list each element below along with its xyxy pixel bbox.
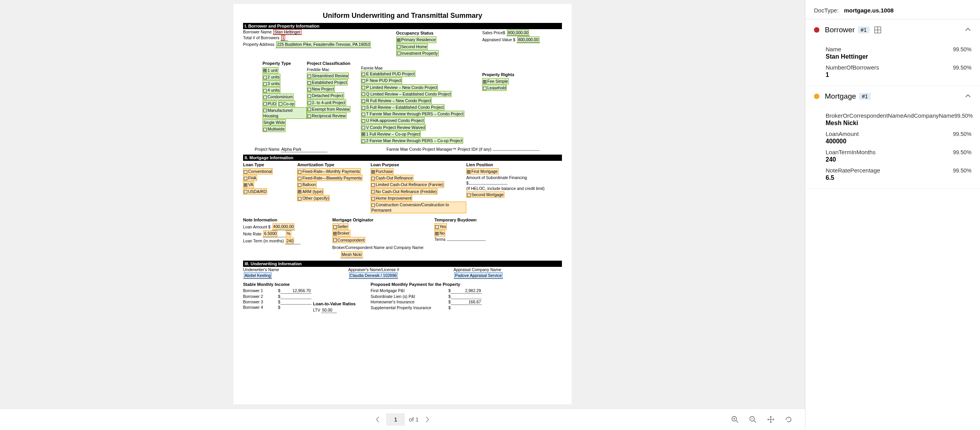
orig-seller: Seller xyxy=(338,224,348,229)
subfin-label: Amount of Subordinate Financing xyxy=(466,175,562,180)
prev-page-button[interactable] xyxy=(373,415,382,424)
next-page-button[interactable] xyxy=(423,415,432,424)
pt-multi: Multiwide xyxy=(268,127,285,131)
fn-3: Q Limited Review – Established Condo Pro… xyxy=(366,92,451,96)
p2-label: Subordinate Lien (s) P&I xyxy=(371,294,448,299)
brokername-label: Broker/Correspondent Name and Company Na… xyxy=(332,245,434,250)
section3-header: III. Underwriting Information xyxy=(243,261,562,267)
appraisalco-value: Padove Appraisal Service xyxy=(454,272,502,279)
fn-2: P Limited Review – New Condo Project xyxy=(366,85,437,90)
section1-header: I. Borrower and Property Information xyxy=(243,23,562,29)
am-3: ARM (type) xyxy=(302,189,323,194)
b2-label: Borrower 2 xyxy=(243,294,278,299)
field-name: Name xyxy=(826,46,841,52)
total-borrowers-value: 1 xyxy=(281,35,285,40)
pt-coop: Co-op xyxy=(283,101,294,106)
zoom-out-icon[interactable] xyxy=(748,415,758,424)
field-value: 1 xyxy=(826,71,971,78)
pt-3: 3 units xyxy=(268,81,280,86)
grid-icon[interactable] xyxy=(874,26,881,33)
entity-mortgage-name: Mortgage xyxy=(825,92,856,101)
pt-pud: PUD xyxy=(268,101,276,106)
projname-value: Alpha Park xyxy=(282,147,301,151)
noterate-value: 6.5000 xyxy=(263,230,277,237)
chevron-up-icon xyxy=(964,93,971,99)
entity-mortgage-header[interactable]: Mortgage #1 xyxy=(805,86,980,107)
orig-corr: Correspondent xyxy=(338,238,364,242)
brokername-value: Mesh Nicki xyxy=(341,251,362,258)
appraiser-value: Claudia Denesik / 102896 xyxy=(349,272,397,279)
field-confidence: 99.50% xyxy=(953,149,971,155)
lt-fha: FHA xyxy=(248,176,256,180)
loanamt-value: 400,000.00 xyxy=(273,223,295,230)
stableincome-label: Stable Monthly Income xyxy=(243,282,371,287)
lt-va: VA xyxy=(248,182,253,187)
rotate-icon[interactable] xyxy=(784,415,793,424)
borrower-name-value: Stan Hettinger xyxy=(273,29,301,35)
fn-6: T Fannie Mae Review through PERS – Condo… xyxy=(366,111,463,116)
address-label: Property Address xyxy=(243,42,275,47)
field-name: NoteRatePercentage xyxy=(826,167,880,174)
field-value: 6.5 xyxy=(826,174,971,181)
lt-usda: USDA/RD xyxy=(248,189,266,194)
lp-1: Cash-Out Refinance xyxy=(376,176,413,180)
page-input[interactable] xyxy=(386,413,405,426)
orig-broker: Broker xyxy=(338,231,350,235)
document-scroll[interactable]: Uniform Underwriting and Transmittal Sum… xyxy=(0,0,805,408)
lp-5: Construction Conversion/Construction to … xyxy=(371,202,449,212)
b3-label: Borrower 3 xyxy=(243,299,278,305)
fn-7: U FHA-approved Condo Project xyxy=(366,118,424,123)
viewer-toolbar: of 1 xyxy=(0,408,805,430)
uwname-label: Underwriter's Name xyxy=(243,267,348,272)
fn-10: 2 Fannie Mae Review through PERS – Co-op… xyxy=(366,138,462,143)
fn-5: S Full Review – Established Condo Projec… xyxy=(366,105,444,110)
field-name: LoanTermInMonths xyxy=(826,149,875,155)
am-4: Other (specify) xyxy=(302,196,329,200)
subfin-dollar: $ xyxy=(466,181,469,185)
fn-0: E Established PUD Project xyxy=(366,71,415,76)
entity-borrower-badge: #1 xyxy=(858,26,870,33)
field-confidence: 99.50% xyxy=(953,167,971,174)
fm-4: 2- to 4-unit Project xyxy=(312,100,345,105)
amort-label: Amortization Type xyxy=(297,162,371,168)
noteinfo-label: Note Information xyxy=(243,217,332,223)
pt-4: 4 units xyxy=(268,88,280,92)
b1-label: Borrower 1 xyxy=(243,288,278,294)
uwname-value: Abdiel Keeling xyxy=(244,272,271,279)
p3-value: 166.67 xyxy=(451,299,482,305)
fm-2: New Project xyxy=(312,87,334,91)
sales-price-value: 800,000.00 xyxy=(507,30,529,36)
entity-borrower-name: Borrower xyxy=(825,26,855,34)
appraiser-label: Appraiser's Name/License # xyxy=(348,267,454,272)
fm-3: Detached Project xyxy=(312,93,343,98)
pan-icon[interactable] xyxy=(766,415,775,424)
proptype-label: Property Type xyxy=(262,61,307,66)
am-1: Fixed-Rate—Biweekly Payments xyxy=(302,176,362,180)
field-name: BrokerOrCorrespondentNameAndCompanyName xyxy=(826,112,954,119)
b4-label: Borrower 4 xyxy=(243,305,278,310)
field-name: LoanAmount xyxy=(826,131,859,137)
fannie-id-label: Fannie Mae Condo Project Manager™ Projec… xyxy=(387,147,492,151)
terms-label: Terms xyxy=(434,237,446,242)
field-value: 240 xyxy=(826,156,971,163)
appraised-label: Appraised Value $ xyxy=(482,37,515,42)
svg-line-5 xyxy=(754,421,756,423)
zoom-in-icon[interactable] xyxy=(730,415,740,424)
entity-borrower-header[interactable]: Borrower #1 xyxy=(805,19,980,40)
pr-lease: Leasehold xyxy=(487,85,506,90)
page-1: Uniform Underwriting and Transmittal Sum… xyxy=(233,4,572,404)
bd-no: No xyxy=(439,231,444,235)
lien-label: Lien Position xyxy=(466,162,562,168)
b1-value: 12,956.70 xyxy=(280,288,312,294)
address-value: 225 Bustleton Pike, Feasterville-Trevose… xyxy=(276,41,371,47)
doc-title: Uniform Underwriting and Transmittal Sum… xyxy=(243,12,562,20)
fn-4: R Full Review – New Condo Project xyxy=(366,98,431,103)
loanterm-label: Loan Term (in months) xyxy=(243,239,284,243)
entity-borrower: Borrower #1 Name99.50%Stan HettingerNumb… xyxy=(805,19,980,86)
sales-price-label: Sales Price$ xyxy=(482,30,505,35)
fn-9: 1 Full Review – Co-op Project xyxy=(366,132,420,136)
fm-6: Reciprocal Review xyxy=(312,113,346,118)
am-2: Balloon xyxy=(302,182,316,187)
pt-2: 2 units xyxy=(268,75,280,79)
field-value: 400000 xyxy=(826,138,971,145)
